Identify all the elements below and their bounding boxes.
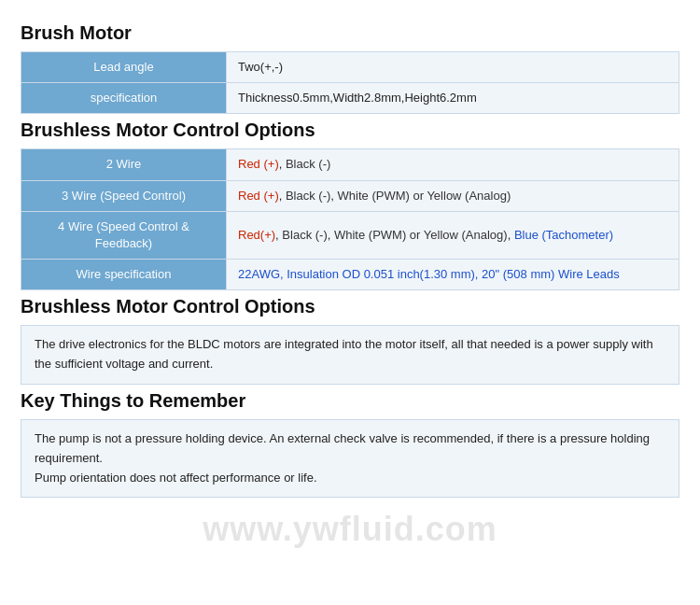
- key-things-line2: Pump orientation does not affect perform…: [35, 471, 317, 485]
- label-2wire: 2 Wire: [21, 149, 227, 180]
- black-text: Black (-): [282, 228, 327, 242]
- black-text: Black (-): [286, 189, 330, 203]
- table-row: 4 Wire (Speed Control & Feedback) Red(+)…: [21, 211, 679, 259]
- watermark: www.ywfluid.com: [203, 510, 497, 549]
- value-specification: Thickness0.5mm,Width2.8mm,Height6.2mm: [227, 83, 679, 114]
- value-2wire: Red (+), Black (-): [227, 149, 679, 180]
- value-wire-spec: 22AWG, Insulation OD 0.051 inch(1.30 mm)…: [227, 260, 679, 290]
- table-row: specification Thickness0.5mm,Width2.8mm,…: [21, 83, 679, 114]
- table-row: Lead angle Two(+,-): [21, 52, 679, 83]
- key-things-section: Key Things to Remember The pump is not a…: [21, 390, 679, 498]
- label-lead-angle: Lead angle: [21, 52, 227, 83]
- table-row: 2 Wire Red (+), Black (-): [21, 149, 679, 180]
- wire-spec-text: 22AWG, Insulation OD 0.051 inch(1.30 mm)…: [238, 267, 620, 281]
- key-things-line1: The pump is not a pressure holding devic…: [35, 431, 650, 465]
- label-specification: specification: [21, 83, 227, 114]
- label-4wire: 4 Wire (Speed Control & Feedback): [21, 211, 227, 259]
- brush-motor-title: Brush Motor: [21, 22, 679, 44]
- label-3wire: 3 Wire (Speed Control): [21, 180, 227, 211]
- red-text: Red (+): [238, 157, 279, 171]
- red-text: Red(+): [238, 228, 275, 242]
- key-things-title: Key Things to Remember: [21, 390, 679, 412]
- brush-motor-table: Lead angle Two(+,-) specification Thickn…: [21, 51, 679, 114]
- brushless-desc-section: Brushless Motor Control Options The driv…: [21, 296, 679, 385]
- brushless-description-box: The drive electronics for the BLDC motor…: [21, 325, 679, 385]
- blue-text: Blue (Tachometer): [514, 228, 613, 242]
- brushless-desc-title: Brushless Motor Control Options: [21, 296, 679, 317]
- label-wire-spec: Wire specification: [21, 260, 227, 290]
- brushless-control-title: Brushless Motor Control Options: [21, 120, 679, 141]
- brushless-control-section: Brushless Motor Control Options 2 Wire R…: [21, 120, 679, 290]
- white-text: White (PWM) or Yellow (Analog): [334, 228, 508, 242]
- value-3wire: Red (+), Black (-), White (PWM) or Yello…: [227, 180, 679, 211]
- black-text: Black (-): [286, 157, 330, 171]
- brushless-control-table: 2 Wire Red (+), Black (-) 3 Wire (Speed …: [21, 148, 679, 290]
- table-row: 3 Wire (Speed Control) Red (+), Black (-…: [21, 180, 679, 211]
- brushless-description-text: The drive electronics for the BLDC motor…: [35, 337, 653, 371]
- key-things-box: The pump is not a pressure holding devic…: [21, 419, 679, 498]
- white-text: White (PWM) or Yellow (Analog): [338, 189, 511, 203]
- brush-motor-section: Brush Motor Lead angle Two(+,-) specific…: [21, 22, 679, 114]
- table-row: Wire specification 22AWG, Insulation OD …: [21, 260, 679, 290]
- value-4wire: Red(+), Black (-), White (PWM) or Yellow…: [227, 211, 679, 259]
- red-text: Red (+): [238, 189, 279, 203]
- comma: ,: [279, 157, 286, 171]
- value-lead-angle: Two(+,-): [227, 52, 679, 83]
